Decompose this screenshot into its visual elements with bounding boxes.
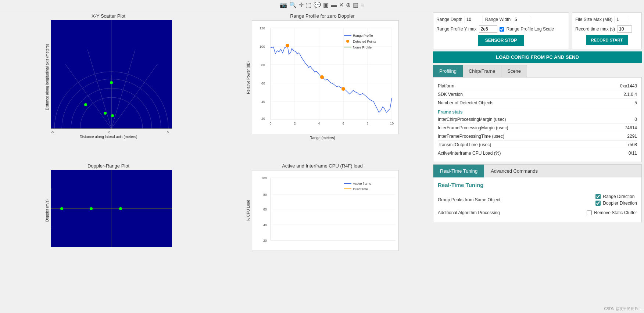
- svg-text:5: 5: [167, 130, 169, 134]
- svg-text:8: 8: [366, 122, 368, 125]
- select-icon[interactable]: ⬚: [306, 1, 311, 8]
- svg-text:2: 2: [294, 122, 296, 125]
- svg-text:Noise Profile: Noise Profile: [353, 46, 372, 49]
- interframe-time-value: 2291: [627, 134, 637, 139]
- cpu-load-value: 0/11: [629, 151, 637, 156]
- remove-clutter-label: Remove Static Clutter: [594, 210, 637, 215]
- range-direction-item: Range Direction: [595, 194, 637, 199]
- svg-text:Detected Points: Detected Points: [353, 40, 376, 43]
- range-xlabel: Range (meters): [310, 136, 335, 140]
- svg-point-9: [104, 112, 107, 115]
- platform-label: Platform: [438, 83, 454, 89]
- record-start-button[interactable]: RECORD START: [586, 35, 628, 45]
- svg-text:100: 100: [261, 176, 266, 180]
- svg-text:Active frame: Active frame: [353, 182, 371, 186]
- detected-value: 5: [634, 100, 637, 105]
- top-controls: Range Depth Range Width Range Profile Y …: [433, 12, 642, 49]
- main-area: X-Y Scatter Plot Distance along longitud…: [0, 10, 644, 313]
- profiling-section: Profiling Chirp/Frame Scene Platform 0xa…: [433, 65, 642, 162]
- svg-point-49: [346, 40, 349, 43]
- tab-chirp[interactable]: Chirp/Frame: [463, 65, 501, 77]
- svg-text:-5: -5: [51, 130, 54, 134]
- plots-area: X-Y Scatter Plot Distance along longitud…: [0, 10, 431, 313]
- file-size-row: File Size Max (MB): [575, 16, 638, 23]
- remove-clutter-item: Remove Static Clutter: [587, 210, 637, 215]
- interchirp-value: 0: [634, 117, 637, 122]
- svg-point-45: [320, 75, 324, 79]
- camera-icon[interactable]: 📷: [280, 1, 287, 8]
- svg-text:60: 60: [263, 208, 266, 211]
- range-ymax-input[interactable]: [479, 25, 497, 33]
- file-size-label: File Size Max (MB): [575, 17, 612, 22]
- svg-text:80: 80: [261, 63, 265, 67]
- svg-text:80: 80: [263, 193, 266, 197]
- svg-text:120: 120: [259, 26, 265, 30]
- svg-point-7: [110, 81, 113, 84]
- group-peaks-label: Group Peaks from Same Object: [438, 197, 500, 202]
- grid-icon[interactable]: ▣: [323, 1, 329, 8]
- cpu-ylabel: % CPU Load: [246, 200, 250, 221]
- bottom-plots-row: Doppler-Range Plot Doppler (m/s) 1: [1, 162, 429, 312]
- plus-circle-icon[interactable]: ⊕: [346, 1, 351, 8]
- zoom-icon[interactable]: 🔍: [289, 1, 297, 8]
- sensor-stop-button[interactable]: SENSOR STOP: [478, 35, 524, 46]
- group-peaks-row: Group Peaks from Same Object Range Direc…: [438, 192, 637, 208]
- svg-point-8: [84, 103, 87, 106]
- cpu-load-label: Active/Interframe CPU Load (%): [438, 151, 501, 156]
- lines-icon[interactable]: ≡: [361, 2, 364, 8]
- range-depth-input[interactable]: [465, 16, 483, 23]
- svg-point-57: [90, 207, 93, 210]
- svg-point-56: [60, 207, 63, 210]
- svg-text:6: 6: [342, 122, 344, 125]
- left-controls-box: Range Depth Range Width Range Profile Y …: [433, 12, 569, 49]
- doppler-direction-item: Doppler Direction: [595, 201, 637, 206]
- bottom-tab-realtime[interactable]: Real-Time Tuning: [433, 165, 484, 177]
- tab-scene[interactable]: Scene: [501, 65, 527, 77]
- range-direction-label: Range Direction: [603, 194, 634, 199]
- transmit-label: TransmitOutputTime (usec): [438, 142, 491, 147]
- svg-text:40: 40: [263, 223, 266, 227]
- cpu-load-container: Active and Interframe CPU (R4F) load % C…: [215, 162, 429, 312]
- doppler-direction-checkbox[interactable]: [595, 201, 601, 206]
- svg-text:0: 0: [108, 130, 110, 134]
- platform-value: 0xa1443: [620, 83, 637, 89]
- bottom-tab-bar: Real-Time Tuning Advanced Commands: [433, 165, 641, 177]
- svg-text:4: 4: [318, 122, 320, 125]
- detected-row: Number of Detected Objects 5: [438, 99, 637, 107]
- bottom-tab-advanced[interactable]: Advanced Commands: [484, 165, 544, 177]
- chat-icon[interactable]: 💬: [314, 1, 321, 8]
- range-direction-checkbox[interactable]: [595, 194, 601, 199]
- record-time-row: Record time max (s): [575, 25, 638, 33]
- range-width-input[interactable]: [513, 16, 531, 23]
- svg-text:Interframe: Interframe: [353, 187, 368, 191]
- doppler-range-plot: 1 0.5 0 -0.5: [51, 170, 172, 251]
- top-plots-row: X-Y Scatter Plot Distance along longitud…: [1, 12, 429, 162]
- range-ymax-label: Range Profile Y max: [436, 26, 477, 32]
- range-depth-row: Range Depth Range Width: [436, 16, 566, 23]
- range-plot-title: Range Profile for zero Doppler: [290, 13, 355, 19]
- watermark: CSDN @夜半民辰 Po...: [604, 306, 643, 312]
- svg-text:100: 100: [259, 45, 265, 48]
- cpu-load-plot: 100 80 60 40 20 Active frame Interframe: [252, 170, 399, 251]
- xy-ylabel: Distance along longitudinal axis (meters…: [45, 44, 49, 110]
- tab-profiling[interactable]: Profiling: [433, 65, 463, 77]
- record-time-input[interactable]: [617, 25, 632, 33]
- profiling-tab-bar: Profiling Chirp/Frame Scene: [433, 65, 642, 77]
- doppler-ylabel: Doppler (m/s): [45, 199, 49, 222]
- menu-icon[interactable]: ▤: [353, 1, 358, 8]
- remove-clutter-checkbox[interactable]: [587, 210, 592, 215]
- close-icon[interactable]: ✕: [339, 1, 344, 8]
- rect-icon[interactable]: ▬: [331, 2, 337, 8]
- svg-text:60: 60: [261, 82, 265, 85]
- xy-xlabel: Distance along lateral axis (meters): [80, 135, 137, 139]
- load-config-button[interactable]: LOAD CONFIG FROM PC AND SEND: [433, 51, 642, 63]
- profiling-panel: Platform 0xa1443 SDK Version 2.1.0.4 Num…: [433, 77, 642, 162]
- range-ylabel: Relative Power (dB): [246, 61, 250, 94]
- file-size-input[interactable]: [615, 16, 629, 23]
- additional-label: Additional Algorithm Processing: [438, 210, 500, 215]
- right-panel: Range Depth Range Width Range Profile Y …: [431, 10, 644, 313]
- transmit-value: 7508: [627, 142, 637, 147]
- log-scale-checkbox[interactable]: [500, 27, 504, 32]
- sdk-label: SDK Version: [438, 92, 463, 97]
- crosshair-icon[interactable]: ✛: [299, 1, 304, 8]
